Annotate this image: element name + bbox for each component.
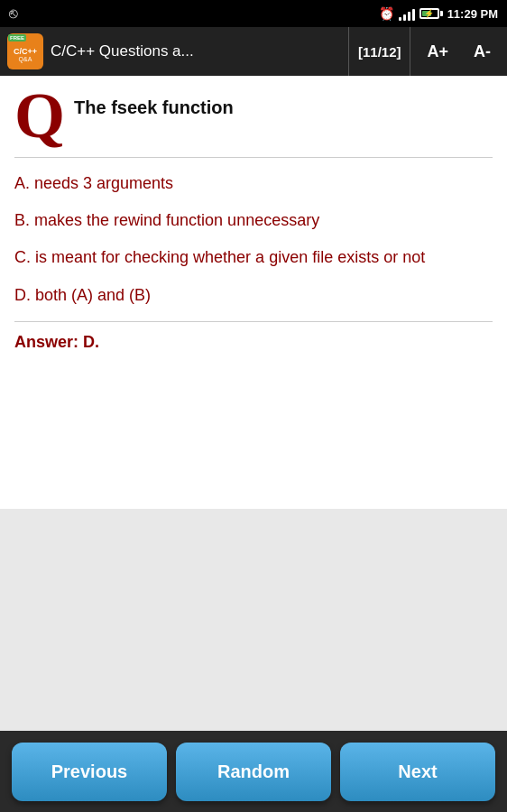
time-display: 11:29 PM [447, 7, 498, 21]
usb-icon: ⎋ [9, 5, 18, 22]
app-icon-label: C/C++ [14, 47, 37, 56]
bottom-navigation: Previous Random Next [0, 731, 507, 812]
signal-icon [399, 6, 415, 21]
random-button[interactable]: Random [176, 743, 331, 801]
title-divider [14, 157, 493, 158]
font-decrease-button[interactable]: A- [465, 27, 500, 76]
answer-divider [14, 321, 493, 322]
option-c[interactable]: C. is meant for checking whether a given… [14, 246, 493, 269]
font-increase-button[interactable]: A+ [418, 27, 457, 76]
option-d[interactable]: D. both (A) and (B) [14, 284, 493, 307]
free-badge: FREE [8, 34, 26, 42]
status-bar: ⎋ ⏰ ⚡ 11:29 PM [0, 0, 507, 27]
app-icon-sublabel: Q&A [19, 56, 32, 62]
battery-icon: ⚡ [419, 8, 443, 19]
app-icon: FREE C/C++ Q&A [7, 33, 43, 69]
option-a[interactable]: A. needs 3 arguments [14, 172, 493, 195]
question-title: The fseek function [74, 90, 493, 118]
option-b[interactable]: B. makes the rewind function unnecessary [14, 209, 493, 232]
app-title: C/C++ Questions a... [51, 42, 341, 60]
question-counter: [11/12] [348, 27, 411, 76]
alarm-icon: ⏰ [379, 6, 394, 21]
status-icons: ⏰ ⚡ 11:29 PM [379, 6, 498, 21]
question-content: Q The fseek function A. needs 3 argument… [0, 76, 507, 509]
app-header: FREE C/C++ Q&A C/C++ Questions a... [11/… [0, 27, 507, 76]
answer-text: Answer: D. [14, 333, 493, 352]
empty-area [0, 509, 507, 743]
previous-button[interactable]: Previous [12, 743, 167, 801]
next-button[interactable]: Next [340, 743, 495, 801]
question-letter: Q [14, 83, 65, 148]
question-header: Q The fseek function [14, 90, 493, 148]
